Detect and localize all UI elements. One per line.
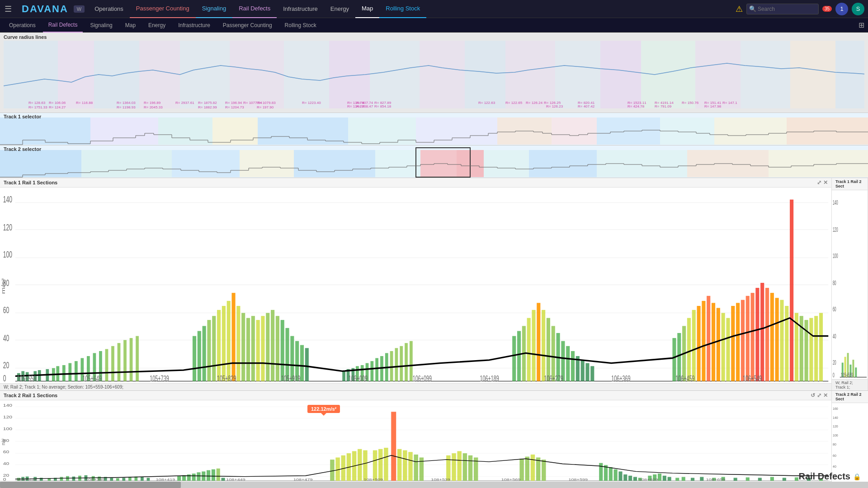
svg-rect-184 <box>571 351 575 381</box>
svg-text:106+279: 106+279 <box>544 374 563 383</box>
snav-passenger[interactable]: Passenger Counting <box>217 18 278 33</box>
svg-rect-120 <box>62 365 66 381</box>
svg-rect-186 <box>581 360 585 381</box>
track1-rail2-status: W; Rail 2; Track 1; <box>832 379 868 390</box>
svg-rect-83 <box>172 150 240 177</box>
user-avatar[interactable]: 1 <box>835 3 848 15</box>
track1-rail1-title: Track 1 Rail 1 Sections ⤢ ✕ <box>0 178 831 188</box>
svg-rect-14 <box>641 41 695 108</box>
snav-rolling[interactable]: Rolling Stock <box>279 18 322 33</box>
track2-rail1-title: Track 2 Rail 1 Sections ↺ ⤢ ✕ <box>0 391 831 400</box>
svg-rect-192 <box>687 318 691 381</box>
svg-text:R= 1204.73: R= 1204.73 <box>225 105 244 108</box>
nav-map[interactable]: Map <box>355 0 379 18</box>
expand2-icon[interactable]: ⤢ <box>817 392 821 399</box>
track1-rail1-status: W; Rail 2; Track 1; No average; Section:… <box>0 383 831 390</box>
track2-rail1-body[interactable]: 122.12m/s² 140 120 100 80 60 40 20 0 m/s… <box>0 400 831 481</box>
svg-rect-133 <box>193 336 196 381</box>
svg-rect-121 <box>68 363 71 381</box>
svg-rect-131 <box>130 338 133 381</box>
search-input[interactable] <box>746 4 819 14</box>
svg-rect-82 <box>81 150 172 177</box>
notification-badge[interactable]: 35 <box>822 6 832 12</box>
svg-rect-72 <box>258 117 348 145</box>
expand-icon[interactable]: ⤢ <box>817 179 821 186</box>
hamburger-menu[interactable]: ☰ <box>0 4 16 14</box>
track1-selector-svg[interactable] <box>0 113 868 145</box>
svg-text:40: 40 <box>3 462 9 466</box>
nav-operations[interactable]: Operations <box>88 0 130 18</box>
svg-rect-201 <box>731 306 735 381</box>
svg-rect-206 <box>755 288 759 381</box>
track2-rail2-title: Track 2 Rail 2 Sect <box>832 391 868 403</box>
snav-energy[interactable]: Energy <box>143 18 171 33</box>
snav-operations[interactable]: Operations <box>4 18 41 33</box>
rail-defects-label: Rail Defects <box>799 471 851 482</box>
nav-energy[interactable]: Energy <box>324 0 355 18</box>
horizontal-scrollbar[interactable] <box>0 482 868 488</box>
svg-rect-196 <box>707 296 710 381</box>
svg-text:R= 1364.03: R= 1364.03 <box>117 101 136 105</box>
svg-rect-327 <box>614 469 618 481</box>
curve-title: Curve radius lines <box>4 34 864 40</box>
svg-text:20: 20 <box>3 360 9 371</box>
w-badge[interactable]: W <box>74 5 85 13</box>
nav-passenger[interactable]: Passenger Counting <box>130 0 196 18</box>
lock-icon[interactable]: 🔒 <box>853 473 861 480</box>
svg-rect-199 <box>722 313 725 381</box>
svg-rect-296 <box>221 478 225 481</box>
snav-signaling[interactable]: Signaling <box>85 18 118 33</box>
track1-rail1-body[interactable]: 140 120 100 80 60 40 20 0 m/s² <box>0 188 831 383</box>
svg-text:80: 80 <box>833 443 836 446</box>
svg-rect-326 <box>609 467 613 481</box>
snav-infrastructure[interactable]: Infrastructure <box>173 18 216 33</box>
svg-text:R= 150.76: R= 150.76 <box>682 101 699 105</box>
svg-rect-129 <box>118 343 121 381</box>
close-icon[interactable]: ✕ <box>823 179 828 186</box>
nav-rolling-stock[interactable]: Rolling Stock <box>379 0 426 18</box>
nav-rail-defects[interactable]: Rail Defects <box>232 0 277 18</box>
svg-rect-142 <box>236 306 240 381</box>
snav-map[interactable]: Map <box>120 18 141 33</box>
svg-text:R= 196.94: R= 196.94 <box>225 101 242 105</box>
second-navigation: Operations Rail Defects Signaling Map En… <box>0 18 868 33</box>
svg-text:R= 128.63: R= 128.63 <box>28 101 46 105</box>
svg-rect-320 <box>525 457 529 481</box>
grid-icon[interactable]: ⊞ <box>859 21 864 29</box>
svg-rect-306 <box>378 449 382 481</box>
svg-rect-307 <box>384 448 388 481</box>
svg-rect-173 <box>517 331 521 381</box>
svg-rect-286 <box>147 478 150 481</box>
svg-rect-151 <box>281 320 284 381</box>
svg-rect-157 <box>342 371 345 381</box>
svg-rect-147 <box>261 316 264 381</box>
refresh-icon[interactable]: ↺ <box>811 392 815 399</box>
alert-icon: ⚠ <box>736 4 743 14</box>
scrollbar-thumb[interactable] <box>0 482 181 488</box>
svg-rect-283 <box>128 477 132 481</box>
svg-text:108+419: 108+419 <box>156 478 175 481</box>
svg-rect-316 <box>463 453 467 481</box>
svg-rect-81 <box>0 150 81 177</box>
nav-infrastructure[interactable]: Infrastructure <box>277 0 324 18</box>
track2-rail1-svg: 140 120 100 80 60 40 20 0 m/s² <box>0 400 831 481</box>
snav-rail-defects[interactable]: Rail Defects <box>43 18 83 33</box>
svg-rect-293 <box>207 470 210 481</box>
svg-rect-304 <box>391 412 396 481</box>
track2-selector-svg[interactable] <box>0 145 868 178</box>
svg-text:0: 0 <box>833 371 835 379</box>
svg-rect-195 <box>702 301 705 381</box>
middle-charts-row: Track 1 Rail 1 Sections ⤢ ✕ 140 120 100 … <box>0 178 868 391</box>
svg-rect-8 <box>370 41 420 108</box>
track1-rail2-body[interactable]: 140 120 100 80 60 40 20 0 105+55 <box>832 190 868 379</box>
nav-signaling[interactable]: Signaling <box>196 0 233 18</box>
svg-text:R= 2937.61: R= 2937.61 <box>175 101 194 105</box>
svg-rect-149 <box>271 310 274 381</box>
svg-rect-209 <box>770 293 774 381</box>
svg-text:R= 2045.33: R= 2045.33 <box>144 105 163 108</box>
svg-text:106+009: 106+009 <box>349 374 368 383</box>
s-avatar[interactable]: S <box>852 3 864 15</box>
svg-rect-205 <box>751 293 755 381</box>
search-icon: 🔍 <box>749 5 756 12</box>
close2-icon[interactable]: ✕ <box>823 392 828 399</box>
